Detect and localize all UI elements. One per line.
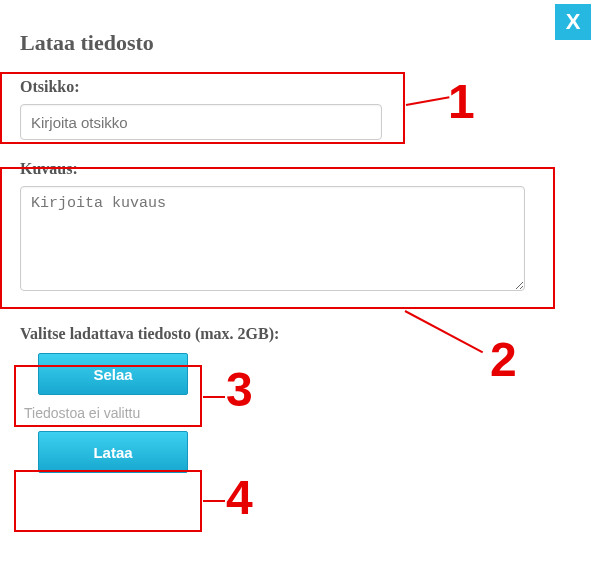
file-select-label: Valitse ladattava tiedosto (max. 2GB):: [20, 325, 575, 343]
annotation-line-4: [203, 500, 225, 502]
title-section: Otsikko:: [20, 78, 575, 140]
file-status-text: Tiedostoa ei valittu: [24, 405, 575, 421]
file-section: Valitse ladattava tiedosto (max. 2GB): S…: [20, 325, 575, 473]
close-button[interactable]: X: [555, 4, 591, 40]
description-textarea[interactable]: [20, 186, 525, 291]
annotation-number-4: 4: [226, 470, 253, 525]
page-title: Lataa tiedosto: [20, 30, 575, 56]
title-input[interactable]: [20, 104, 382, 140]
title-label: Otsikko:: [20, 78, 575, 96]
annotation-box-4: [14, 470, 202, 532]
upload-button[interactable]: Lataa: [38, 431, 188, 473]
description-section: Kuvaus:: [20, 160, 575, 295]
description-label: Kuvaus:: [20, 160, 575, 178]
browse-button[interactable]: Selaa: [38, 353, 188, 395]
